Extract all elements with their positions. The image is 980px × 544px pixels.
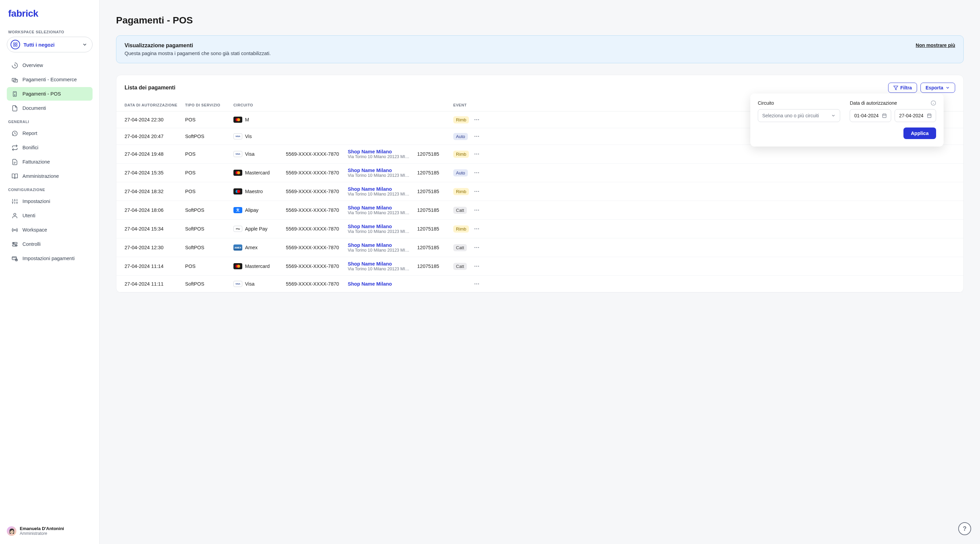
workspace-selector[interactable]: Tutti i negozi bbox=[7, 37, 92, 52]
date-from-input[interactable]: 01-04-2024 bbox=[850, 109, 891, 122]
sidebar-item-fatturazione[interactable]: Fatturazione bbox=[7, 155, 92, 169]
cell-shop: Shop Name MilanoVia Torino 10 Milano 201… bbox=[348, 149, 417, 159]
col-circuit: CIRCUITO bbox=[234, 103, 286, 107]
shop-name-link[interactable]: Shop Name Milano bbox=[348, 224, 417, 229]
shop-address: Via Torino 10 Milano 20123 MI… bbox=[348, 192, 411, 197]
sidebar: fabrick WORKSPACE SELEZIONATO Tutti i ne… bbox=[0, 0, 100, 544]
circuit-badge-icon: VISA bbox=[234, 281, 242, 287]
svg-point-59 bbox=[476, 172, 477, 173]
cell-date: 27-04-2024 20:47 bbox=[124, 133, 185, 139]
cards-icon bbox=[11, 76, 18, 83]
sidebar-item-label: Impostazioni pagamenti bbox=[22, 256, 75, 261]
shop-name-link[interactable]: Shop Name Milano bbox=[348, 281, 417, 287]
help-button[interactable]: ? bbox=[958, 522, 971, 535]
cell-actions bbox=[474, 226, 488, 232]
pay-settings-icon bbox=[11, 255, 18, 262]
more-icon[interactable] bbox=[474, 117, 488, 123]
table-row[interactable]: 27-04-2024 11:14 POS Mastercard 5569-XXX… bbox=[116, 257, 963, 276]
sidebar-item-impostazioni[interactable]: Impostazioni bbox=[7, 195, 92, 208]
shop-name-link[interactable]: Shop Name Milano bbox=[348, 205, 417, 211]
user-profile[interactable]: 👩🏻 Emanuela D'Antonini Amministratore bbox=[7, 523, 92, 539]
shop-name-link[interactable]: Shop Name Milano bbox=[348, 261, 417, 266]
circuit-name: Maestro bbox=[245, 189, 263, 194]
table-row[interactable]: 27-04-2024 18:32 POS Maestro 5569-XXXX-X… bbox=[116, 182, 963, 201]
table-row[interactable]: 27-04-2024 12:30 SoftPOS AMEX Amex 5569-… bbox=[116, 238, 963, 257]
svg-point-58 bbox=[474, 172, 476, 173]
cell-circuit: AMEX Amex bbox=[234, 244, 286, 251]
cell-shop: Shop Name MilanoVia Torino 10 Milano 201… bbox=[348, 261, 417, 271]
shop-address: Via Torino 10 Milano 20123 MI… bbox=[348, 248, 411, 253]
svg-point-74 bbox=[478, 247, 479, 248]
svg-point-72 bbox=[474, 247, 476, 248]
cell-circuit: M bbox=[234, 117, 286, 123]
svg-point-57 bbox=[237, 171, 240, 174]
workspace-label: Tutti i negozi bbox=[24, 42, 82, 48]
funnel-icon bbox=[893, 85, 898, 90]
cell-event: Rimb bbox=[453, 151, 474, 158]
shop-name-link[interactable]: Shop Name Milano bbox=[348, 168, 417, 173]
circuit-badge-icon bbox=[234, 117, 242, 123]
sidebar-item-label: Documenti bbox=[22, 105, 46, 111]
banner-title: Visualizzazione pagamenti bbox=[124, 43, 271, 49]
svg-point-47 bbox=[474, 119, 476, 121]
svg-point-53 bbox=[474, 154, 476, 155]
svg-point-76 bbox=[237, 265, 240, 268]
calendar-icon bbox=[927, 113, 932, 118]
sidebar-item-overview[interactable]: Overview bbox=[7, 59, 92, 72]
cell-circuit: VISA Visa bbox=[234, 151, 286, 157]
page-title: Pagamenti - POS bbox=[116, 15, 964, 26]
circuit-badge-icon bbox=[234, 170, 242, 176]
col-shop bbox=[348, 103, 417, 107]
sidebar-item-utenti[interactable]: Utenti bbox=[7, 209, 92, 222]
shop-name-link[interactable]: Shop Name Milano bbox=[348, 186, 417, 192]
sidebar-item-impostazioni-pagamenti[interactable]: Impostazioni pagamenti bbox=[7, 252, 92, 265]
more-icon[interactable] bbox=[474, 133, 488, 140]
table-row[interactable]: 27-04-2024 15:35 POS Mastercard 5569-XXX… bbox=[116, 163, 963, 182]
more-icon[interactable] bbox=[474, 151, 488, 157]
info-icon[interactable] bbox=[931, 100, 936, 106]
sidebar-item-documenti[interactable]: Documenti bbox=[7, 102, 92, 115]
more-icon[interactable] bbox=[474, 263, 488, 269]
col-terminal bbox=[417, 103, 453, 107]
generali-section-label: GENERALI bbox=[8, 120, 92, 124]
shop-name-link[interactable]: Shop Name Milano bbox=[348, 149, 417, 154]
circuit-select[interactable]: Seleziona uno o più circuiti bbox=[758, 109, 840, 122]
svg-point-70 bbox=[476, 228, 477, 230]
banner-dismiss-link[interactable]: Non mostrare più bbox=[916, 43, 955, 48]
table-row[interactable]: 27-04-2024 19:48 POS VISA Visa 5569-XXXX… bbox=[116, 145, 963, 163]
sidebar-item-report[interactable]: Report bbox=[7, 127, 92, 140]
sidebar-item-controlli[interactable]: Controlli bbox=[7, 237, 92, 251]
date-to-input[interactable]: 27-04-2024 bbox=[894, 109, 936, 122]
cell-terminal: 12075185 bbox=[417, 170, 453, 175]
sidebar-item-pagamenti-ecommerce[interactable]: Pagamenti - Ecommerce bbox=[7, 73, 92, 86]
more-icon[interactable] bbox=[474, 244, 488, 251]
table-row[interactable]: 27-04-2024 18:06 SoftPOS 支 Alipay 5569-X… bbox=[116, 201, 963, 220]
apply-button[interactable]: Applica bbox=[904, 127, 936, 139]
cell-circuit: Pay Apple Pay bbox=[234, 226, 286, 232]
export-button[interactable]: Esporta bbox=[920, 82, 955, 93]
more-icon[interactable] bbox=[474, 207, 488, 213]
sidebar-item-label: Amministrazione bbox=[22, 173, 59, 179]
sidebar-item-amministrazione[interactable]: Amministrazione bbox=[7, 169, 92, 183]
sidebar-item-pagamenti-pos[interactable]: Pagamenti - POS bbox=[7, 87, 92, 101]
more-icon[interactable] bbox=[474, 170, 488, 176]
cell-shop: Shop Name Milano bbox=[348, 281, 417, 287]
cell-circuit: Mastercard bbox=[234, 170, 286, 176]
table-row[interactable]: 27-04-2024 15:34 SoftPOS Pay Apple Pay … bbox=[116, 220, 963, 238]
cell-type: POS bbox=[185, 117, 234, 122]
sidebar-item-workspace[interactable]: Workspace bbox=[7, 223, 92, 236]
cell-date: 27-04-2024 11:11 bbox=[124, 281, 185, 287]
svg-point-46 bbox=[237, 118, 240, 121]
more-icon[interactable] bbox=[474, 226, 488, 232]
cell-date: 27-04-2024 18:32 bbox=[124, 189, 185, 194]
config-section-label: CONFIGURAZIONE bbox=[8, 188, 92, 192]
more-icon[interactable] bbox=[474, 281, 488, 287]
sidebar-item-bonifici[interactable]: Bonifici bbox=[7, 141, 92, 154]
shop-name-link[interactable]: Shop Name Milano bbox=[348, 243, 417, 248]
shop-address: Via Torino 10 Milano 20123 MI… bbox=[348, 266, 411, 271]
filter-button[interactable]: Filtra bbox=[888, 82, 917, 93]
more-icon[interactable] bbox=[474, 188, 488, 195]
circuit-select-placeholder: Seleziona uno o più circuiti bbox=[762, 113, 819, 118]
table-row[interactable]: 27-04-2024 11:11 SoftPOS VISA Visa 5569-… bbox=[116, 276, 963, 292]
svg-point-52 bbox=[478, 136, 479, 137]
